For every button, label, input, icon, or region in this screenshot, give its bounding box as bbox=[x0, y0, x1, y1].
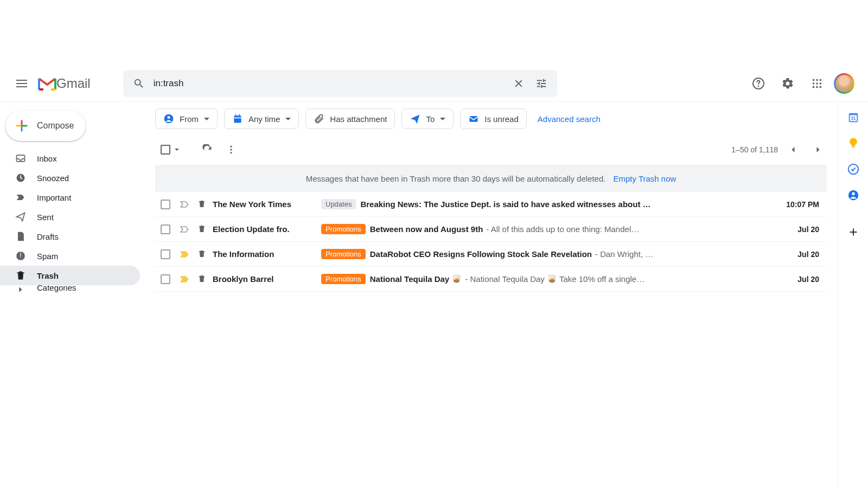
svg-point-21 bbox=[230, 146, 232, 147]
svg-rect-20 bbox=[470, 116, 478, 122]
important-marker[interactable] bbox=[179, 199, 190, 210]
help-button[interactable] bbox=[746, 72, 770, 95]
select-all-checkbox[interactable] bbox=[161, 145, 170, 155]
svg-point-30 bbox=[852, 192, 855, 196]
svg-rect-18 bbox=[239, 114, 240, 116]
chevron-down-icon bbox=[285, 118, 291, 120]
sidebar-item-spam[interactable]: ! Spam bbox=[0, 246, 140, 266]
contacts-icon bbox=[847, 189, 859, 201]
svg-point-5 bbox=[813, 82, 815, 85]
important-marker[interactable] bbox=[179, 249, 190, 260]
email-row[interactable]: Brooklyn BarrelPromotionsNational Tequil… bbox=[155, 267, 827, 292]
sidebar-item-inbox[interactable]: Inbox bbox=[0, 149, 140, 168]
sidebar-item-categories[interactable]: Categories bbox=[0, 285, 140, 295]
more-button[interactable] bbox=[221, 140, 241, 159]
filter-row: From Any time Has attachment To Is unrea… bbox=[155, 102, 832, 134]
row-checkbox[interactable] bbox=[161, 200, 170, 209]
snippet: - National Tequila Day 🥃 Take 10% off a … bbox=[465, 274, 644, 284]
filter-unread[interactable]: Is unread bbox=[460, 108, 527, 129]
next-page-button[interactable] bbox=[808, 140, 828, 159]
settings-button[interactable] bbox=[776, 72, 800, 95]
chevron-left-icon bbox=[788, 144, 799, 155]
svg-point-2 bbox=[813, 79, 815, 81]
search-button[interactable] bbox=[127, 72, 150, 95]
calendar-icon: 31 bbox=[847, 111, 859, 123]
search-options-button[interactable] bbox=[530, 72, 553, 95]
prev-page-button[interactable] bbox=[783, 140, 803, 159]
calendar-icon bbox=[232, 113, 243, 124]
filter-attachment[interactable]: Has attachment bbox=[305, 108, 395, 129]
sidebar-item-trash[interactable]: Trash bbox=[0, 266, 140, 285]
nav-label: Drafts bbox=[37, 232, 59, 241]
contacts-app[interactable] bbox=[847, 189, 860, 202]
snippet: - Dan Wright, … bbox=[595, 249, 653, 259]
filter-from[interactable]: From bbox=[155, 108, 218, 129]
sidebar-item-sent[interactable]: Sent bbox=[0, 207, 140, 227]
email-row[interactable]: The New York TimesUpdatesBreaking News: … bbox=[155, 192, 827, 217]
add-app-button[interactable] bbox=[847, 226, 860, 239]
chip-label: Any time bbox=[248, 114, 280, 124]
subject-cell: PromotionsDataRobot CEO Resigns Followin… bbox=[321, 249, 778, 259]
tasks-app[interactable] bbox=[847, 163, 860, 176]
gmail-m-icon bbox=[38, 76, 56, 91]
sidebar-item-snoozed[interactable]: Snoozed bbox=[0, 168, 140, 188]
search-input[interactable] bbox=[150, 78, 507, 89]
chip-label: Has attachment bbox=[330, 114, 387, 124]
clear-search-button[interactable] bbox=[507, 72, 530, 95]
mail-icon bbox=[468, 113, 479, 124]
svg-rect-17 bbox=[235, 114, 237, 116]
chevron-down-icon bbox=[175, 149, 179, 151]
nav-label: Sent bbox=[37, 213, 54, 222]
header: Gmail bbox=[0, 65, 868, 102]
row-checkbox[interactable] bbox=[161, 224, 170, 234]
category-tag: Promotions bbox=[321, 224, 366, 234]
send-icon bbox=[15, 211, 26, 222]
nav-label: Important bbox=[37, 193, 71, 202]
empty-trash-link[interactable]: Empty Trash now bbox=[613, 174, 676, 183]
refresh-button[interactable] bbox=[197, 140, 217, 159]
select-all[interactable] bbox=[161, 145, 179, 155]
side-panel: 31 bbox=[838, 102, 868, 488]
compose-button[interactable]: Compose bbox=[5, 111, 86, 141]
subject: Between now and August 9th bbox=[370, 224, 483, 234]
row-checkbox[interactable] bbox=[161, 249, 170, 259]
subject-cell: PromotionsBetween now and August 9th - A… bbox=[321, 224, 778, 234]
advanced-search-link[interactable]: Advanced search bbox=[538, 114, 601, 124]
important-marker[interactable] bbox=[179, 274, 190, 285]
apps-button[interactable] bbox=[805, 72, 829, 95]
filter-to[interactable]: To bbox=[401, 108, 454, 129]
gmail-logo[interactable]: Gmail bbox=[38, 76, 91, 91]
chevron-right-icon bbox=[15, 285, 26, 295]
svg-point-8 bbox=[813, 86, 815, 88]
important-marker[interactable] bbox=[179, 224, 190, 235]
nav-label: Trash bbox=[37, 271, 59, 280]
filter-anytime[interactable]: Any time bbox=[224, 108, 299, 129]
compose-label: Compose bbox=[37, 121, 74, 131]
sidebar-item-drafts[interactable]: Drafts bbox=[0, 227, 140, 246]
category-tag: Promotions bbox=[321, 249, 366, 259]
timestamp: Jul 20 bbox=[778, 275, 827, 284]
sender: The Information bbox=[213, 249, 321, 259]
sidebar-item-important[interactable]: Important bbox=[0, 188, 140, 207]
search-box bbox=[123, 70, 557, 97]
apps-grid-icon bbox=[811, 78, 823, 89]
timestamp: 10:07 PM bbox=[778, 200, 827, 209]
subject-cell: UpdatesBreaking News: The Justice Dept. … bbox=[321, 199, 778, 209]
nav-label: Spam bbox=[37, 252, 58, 261]
main-menu-button[interactable] bbox=[9, 70, 35, 97]
category-tag: Promotions bbox=[321, 274, 366, 284]
keep-app[interactable] bbox=[847, 137, 860, 150]
calendar-app[interactable]: 31 bbox=[847, 111, 860, 124]
email-row[interactable]: The InformationPromotionsDataRobot CEO R… bbox=[155, 242, 827, 267]
svg-point-23 bbox=[230, 152, 232, 153]
email-row[interactable]: Election Update fro.PromotionsBetween no… bbox=[155, 217, 827, 242]
svg-point-9 bbox=[816, 86, 818, 88]
tune-icon bbox=[535, 78, 547, 89]
gear-icon bbox=[781, 77, 794, 90]
row-checkbox[interactable] bbox=[161, 274, 170, 284]
svg-text:!: ! bbox=[20, 253, 21, 259]
account-avatar[interactable] bbox=[834, 74, 854, 93]
trash-banner: Messages that have been in Trash more th… bbox=[155, 165, 827, 192]
sender: Election Update fro. bbox=[213, 224, 321, 234]
email-list: The New York TimesUpdatesBreaking News: … bbox=[155, 192, 832, 292]
